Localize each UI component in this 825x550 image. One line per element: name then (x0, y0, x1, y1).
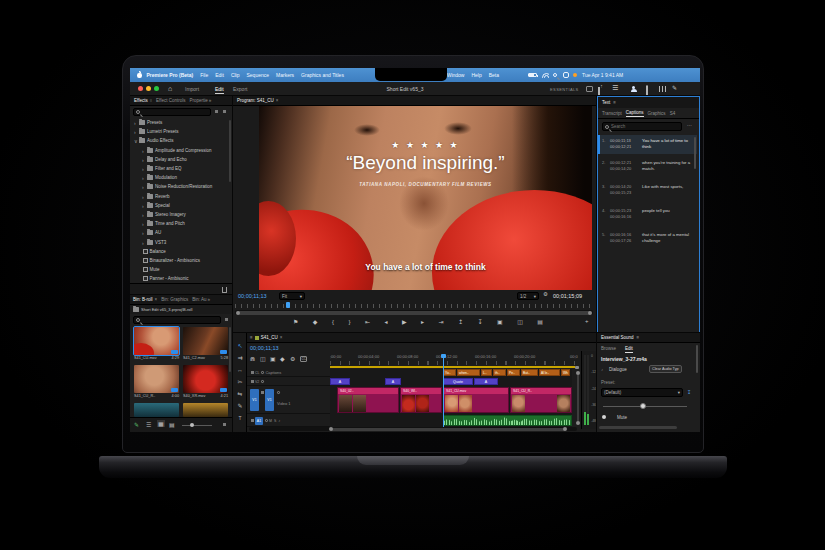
tree-item[interactable]: Binauralizer - Ambisonics (130, 256, 226, 265)
tab-browse[interactable]: Browse (601, 346, 616, 351)
control-center-icon[interactable] (563, 72, 569, 78)
bin-clip-thumbnail[interactable] (183, 403, 228, 417)
track-output-icon[interactable] (277, 391, 280, 394)
bin-search-input[interactable] (142, 318, 202, 323)
program-timecode[interactable]: 00;00;11;13 (238, 293, 267, 299)
captions-scrollbar[interactable] (694, 137, 696, 169)
bin-clip-label[interactable]: S41_C2.mov5:28 (183, 356, 228, 360)
tree-item[interactable]: ›Delay and Echo (130, 155, 226, 164)
extract-icon[interactable]: ↧ (477, 318, 482, 325)
type-tool[interactable]: T (235, 413, 245, 423)
tab-sequence[interactable]: S41_CU (261, 335, 278, 340)
mode-tab-export[interactable]: Export (233, 86, 247, 92)
menu-edit[interactable]: Edit (215, 72, 224, 78)
mark-out-icon[interactable]: } (348, 319, 350, 325)
marker-icon[interactable]: ◆ (313, 318, 318, 325)
caption-text[interactable]: Like with most sports, (642, 184, 692, 196)
panel-menu-icon[interactable]: ≡ (250, 335, 253, 340)
scrollbar-handle-right[interactable] (588, 311, 592, 315)
track-output-icon[interactable] (261, 371, 264, 374)
lock-icon[interactable] (251, 380, 254, 383)
bin-clip-thumbnail[interactable] (183, 365, 228, 393)
caption-timecodes[interactable]: 00;00;16;1600;00;17;26 (610, 232, 642, 245)
hscroll-handle-right[interactable] (563, 427, 567, 431)
ripple-edit-tool[interactable]: ↔ (235, 365, 245, 375)
video-clip[interactable]: S40_02.. (337, 387, 399, 413)
tree-item[interactable]: ∨Audio Effects (130, 136, 226, 145)
more-options-icon[interactable]: ⋯ (687, 122, 692, 128)
track-output-icon[interactable] (261, 380, 264, 383)
track-target-a1[interactable]: A1 (255, 417, 263, 425)
timeline-playhead[interactable] (443, 355, 444, 427)
panel-menu-icon[interactable]: ≡ (637, 335, 640, 340)
tree-item[interactable]: ›VST3 (130, 238, 226, 247)
fit-dropdown[interactable]: Fit▾ (279, 292, 305, 300)
workspace-label[interactable]: ESSENTIALS (550, 87, 579, 92)
essential-sound-hscrollbar[interactable] (599, 426, 677, 429)
tree-item[interactable]: ›Modulation (130, 173, 226, 182)
filter-accelerated-icon[interactable] (215, 110, 218, 113)
slip-tool[interactable]: ⇆ (235, 389, 245, 399)
caption-timecodes[interactable]: 00;00;12;2100;00;14;20 (610, 160, 642, 173)
tab-properties[interactable]: Propertie (189, 98, 207, 103)
mode-tab-edit[interactable]: Edit (215, 86, 224, 94)
caption-clip[interactable]: Wh (561, 369, 570, 376)
edit-pencil-icon[interactable]: ✎ (134, 421, 139, 428)
go-to-out-icon[interactable]: ⇥ (438, 318, 443, 325)
multicam-icon[interactable]: ▤ (537, 318, 543, 325)
automate-sequence-icon[interactable] (223, 423, 226, 426)
vscroll-handle-bottom[interactable] (576, 421, 580, 425)
tab-transcript[interactable]: Transcript (602, 111, 622, 116)
go-to-in-icon[interactable]: ⇤ (365, 318, 370, 325)
video-frame[interactable]: ★ ★ ★ ★ ★ “Beyond inspiring.” TATIANA NA… (259, 106, 592, 290)
caption-item[interactable]: 1. 00;00;11;1300;00;12;21 You have a lot… (598, 135, 697, 154)
close-tab-icon[interactable]: × (155, 297, 158, 302)
bin-clip-label[interactable]: S41_CU_R..4:00 (134, 394, 179, 398)
step-back-icon[interactable]: ◂ (384, 318, 387, 325)
intensity-slider-knob[interactable] (640, 403, 646, 409)
selection-tool[interactable]: ↖ (235, 341, 245, 351)
comparison-view-icon[interactable]: ◫ (517, 318, 523, 325)
tab-captions[interactable]: Captions (626, 110, 644, 117)
tree-item[interactable]: Panner - Ambisonic (130, 274, 226, 283)
spotlight-search-icon[interactable] (553, 73, 557, 77)
tab-clipped[interactable]: S4 (670, 111, 676, 116)
zoom-window-button[interactable] (154, 86, 159, 91)
v2-track-header[interactable]: V2 (247, 378, 330, 386)
caption-clip[interactable]: Al le.. (539, 369, 560, 376)
captions-search[interactable] (602, 122, 682, 131)
close-window-button[interactable] (138, 86, 143, 91)
text-panel-title[interactable]: Text (602, 100, 610, 105)
more-tabs-icon[interactable]: » (207, 297, 210, 302)
menu-beta[interactable]: Beta (489, 72, 499, 78)
effects-search[interactable] (133, 108, 211, 116)
overlay-caption[interactable]: You have a lot of time to think (259, 262, 592, 272)
hscroll-handle-left[interactable] (329, 427, 333, 431)
audio-type-label[interactable]: Dialogue (609, 367, 627, 372)
list-view-icon[interactable]: ☰ (146, 421, 151, 428)
home-icon[interactable]: ⌂ (168, 85, 172, 92)
filter-32bit-icon[interactable] (223, 110, 226, 113)
program-zoom-scrollbar[interactable] (235, 310, 593, 315)
program-playhead[interactable] (286, 302, 290, 308)
caption-timecodes[interactable]: 00;00;11;1300;00;12;21 (610, 138, 642, 151)
tab-effect-controls[interactable]: Effect Controls (156, 98, 185, 103)
tab-edit[interactable]: Edit (625, 346, 633, 353)
caption-text[interactable]: that it's more of a mental challenge (642, 232, 692, 245)
source-patch-v1[interactable]: V1 (250, 389, 259, 411)
thumb-zoom-knob[interactable] (190, 423, 194, 427)
voiceover-record-icon[interactable]: ♪ (278, 418, 280, 423)
pen-tool[interactable]: ✎ (235, 401, 245, 411)
caption-item[interactable]: 2. 00;00;12;2100;00;14;20 when you're tr… (598, 154, 697, 176)
tab-graphics[interactable]: Graphics (648, 111, 666, 116)
panel-menu-icon[interactable]: ≡ (150, 98, 152, 103)
menu-markers[interactable]: Markers (276, 72, 294, 78)
graphic-clip[interactable]: A (330, 378, 350, 385)
breadcrumb[interactable]: Short Edit v65_3.prproj\B-roll (141, 307, 192, 312)
playhead-grabber[interactable] (441, 354, 446, 358)
trash-icon[interactable] (222, 287, 227, 293)
graphic-clip[interactable]: A (474, 378, 498, 385)
wifi-icon[interactable] (542, 73, 549, 78)
tab-bin-broll[interactable]: Bin: B-roll (133, 297, 153, 302)
nest-icon[interactable]: ▣ (270, 355, 276, 362)
